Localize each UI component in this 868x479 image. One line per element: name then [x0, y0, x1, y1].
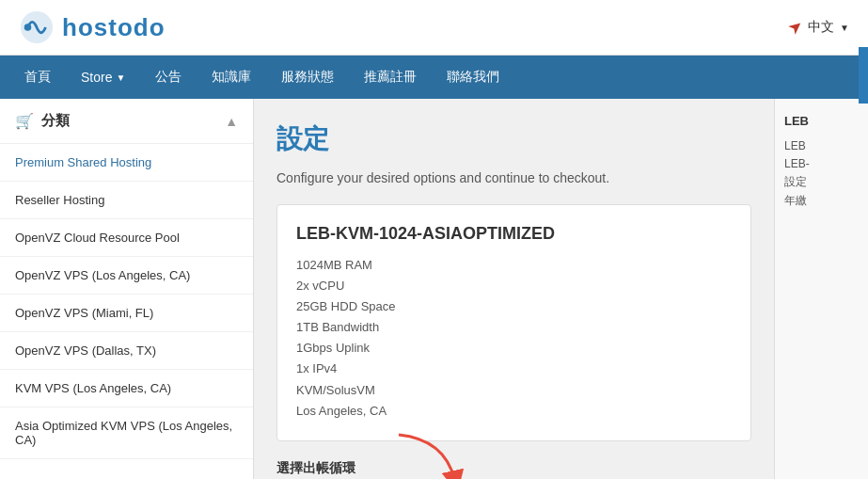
spec-uplink: 1Gbps Uplink	[296, 338, 732, 359]
content-area: 設定 Configure your desired options and co…	[254, 99, 774, 479]
nav-item-contact[interactable]: 聯絡我們	[432, 56, 514, 99]
sidebar-item-openvz-cloud[interactable]: OpenVZ Cloud Resource Pool	[0, 219, 253, 257]
svg-point-1	[24, 24, 32, 31]
collapse-icon[interactable]: ▲	[225, 114, 238, 129]
logo: hostodo	[19, 9, 166, 45]
page-subtitle: Configure your desired options and conti…	[276, 170, 751, 185]
sidebar-item-asia-kvm[interactable]: Asia Optimized KVM VPS (Los Angeles, CA)	[0, 407, 253, 459]
cart-icon: 🛒	[15, 112, 34, 130]
sidebar: 🛒 分類 ▲ Premium Shared Hosting Reseller H…	[0, 99, 254, 479]
logo-text: hostodo	[62, 13, 166, 42]
nav-item-store[interactable]: Store ▼	[66, 56, 140, 98]
billing-section: 選擇出帳循環 $15.00 USD 年繳 ▼	[276, 460, 751, 479]
right-panel-body: LEB LEB- 設定 年繳	[784, 137, 859, 210]
spec-ram: 1024MB RAM	[296, 255, 732, 276]
sidebar-item-kvm-la[interactable]: KVM VPS (Los Angeles, CA)	[0, 370, 253, 407]
right-panel: LEB LEB LEB- 設定 年繳	[774, 99, 868, 479]
nav-item-kb[interactable]: 知識庫	[197, 56, 266, 99]
main-nav: 首頁 Store ▼ 公告 知識庫 服務狀態 推薦註冊 聯絡我們	[0, 56, 868, 99]
nav-item-home[interactable]: 首頁	[9, 56, 66, 99]
spec-cpu: 2x vCPU	[296, 276, 732, 296]
product-specs: 1024MB RAM 2x vCPU 25GB HDD Space 1TB Ba…	[296, 255, 732, 422]
spec-location: Los Angeles, CA	[296, 401, 732, 422]
language-selector[interactable]: ➤ 中文 ▼	[788, 17, 849, 38]
sidebar-item-openvz-la[interactable]: OpenVZ VPS (Los Angeles, CA)	[0, 257, 253, 295]
spec-virtualization: KVM/SolusVM	[296, 380, 732, 401]
nav-item-referral[interactable]: 推薦註冊	[349, 56, 432, 99]
sidebar-item-premium-shared[interactable]: Premium Shared Hosting	[0, 144, 253, 182]
lang-dropdown-icon: ▼	[840, 23, 849, 33]
nav-item-announcements[interactable]: 公告	[140, 56, 197, 99]
right-panel-title: LEB	[784, 114, 859, 128]
store-chevron-icon: ▼	[116, 72, 125, 83]
sidebar-item-openvz-miami[interactable]: OpenVZ VPS (Miami, FL)	[0, 295, 253, 332]
product-name: LEB-KVM-1024-ASIAOPTIMIZED	[296, 224, 732, 244]
main-container: 🛒 分類 ▲ Premium Shared Hosting Reseller H…	[0, 99, 868, 479]
logo-icon	[19, 9, 55, 45]
header: hostodo ➤ 中文 ▼	[0, 0, 868, 56]
product-card: LEB-KVM-1024-ASIAOPTIMIZED 1024MB RAM 2x…	[276, 204, 751, 441]
spec-bandwidth: 1TB Bandwidth	[296, 317, 732, 338]
sidebar-item-openvz-dallas[interactable]: OpenVZ VPS (Dallas, TX)	[0, 332, 253, 370]
spec-hdd: 25GB HDD Space	[296, 296, 732, 317]
page-title: 設定	[276, 121, 751, 157]
billing-label: 選擇出帳循環	[276, 460, 751, 477]
sidebar-item-reseller[interactable]: Reseller Hosting	[0, 182, 253, 219]
right-panel-bar	[859, 99, 868, 104]
spec-ipv4: 1x IPv4	[296, 359, 732, 379]
sidebar-header-title: 🛒 分類	[15, 112, 70, 130]
lang-label: 中文	[808, 19, 834, 36]
nav-item-status[interactable]: 服務狀態	[266, 56, 349, 99]
sidebar-header: 🛒 分類 ▲	[0, 99, 253, 144]
arrow-icon: ➤	[783, 15, 808, 40]
